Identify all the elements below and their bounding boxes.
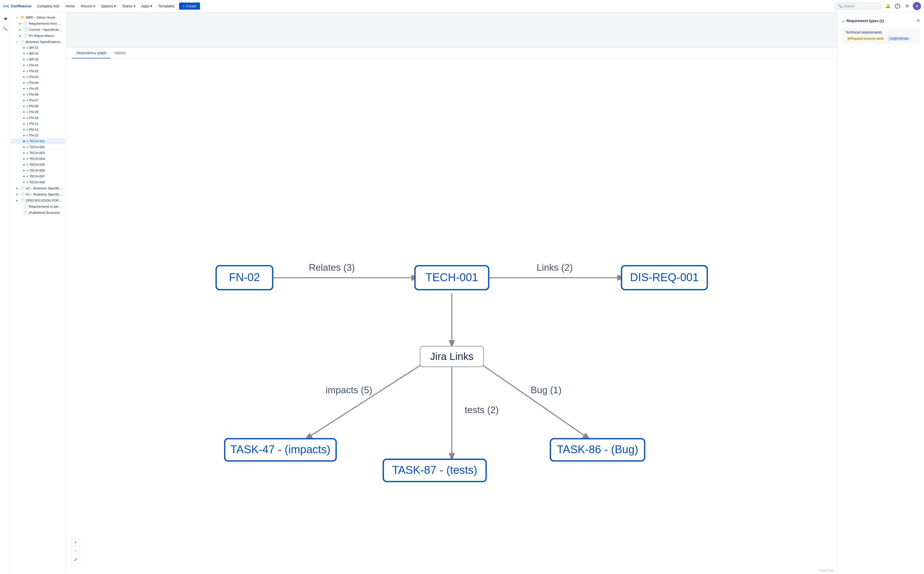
sidebar-item-tech006[interactable]: ≡ TECH-006 xyxy=(11,167,65,173)
doc-icon: 📄 xyxy=(21,192,25,196)
sidebar-item-requirements-stakeholders[interactable]: ▶ 📄 Requirements from Stakeholders (TW) xyxy=(11,20,65,27)
sidebar-item-req-paragraphs[interactable]: 📄 Requirements in paragraphs xyxy=(11,203,65,210)
dot-icon xyxy=(23,164,25,166)
sidebar-item-fn11[interactable]: ≡ FN-11 xyxy=(11,121,65,126)
sidebar-item-fn07[interactable]: ≡ FN-07 xyxy=(11,97,65,103)
nav-recent[interactable]: Recent ▾ xyxy=(78,3,97,9)
dot-icon xyxy=(23,147,25,148)
svg-text:TECH-001: TECH-001 xyxy=(426,271,478,284)
doc-icon: 📄 xyxy=(24,21,28,25)
dot-icon xyxy=(23,76,25,78)
req-type-tags: @Required property name ext@Estimate xyxy=(845,36,916,41)
sidebar-item-spec-control[interactable]: ▶ 📄 SPECIFICATION FOR CONTROL AND QUALIF… xyxy=(11,197,65,203)
dependency-graph-area[interactable]: Relates (3) Links (2) impacts (5) tests … xyxy=(66,58,837,574)
search-bar[interactable]: 🔍 Search xyxy=(835,3,881,9)
sidebar-item-fn13[interactable]: ≡ FN-13 xyxy=(11,126,65,132)
sidebar-item-fn10[interactable]: ≡ FN-10 xyxy=(11,115,65,121)
sidebar-item-current-spec[interactable]: ▶ 📄 Current – Specification document xyxy=(11,27,65,33)
sidebar-item-fn05[interactable]: ≡ FN-05 xyxy=(11,86,65,91)
req-icon: ≡ xyxy=(27,93,28,96)
avatar[interactable]: U xyxy=(913,2,921,10)
sidebar-item-tech004[interactable]: ≡ TECH-004 xyxy=(11,156,65,162)
svg-line-9 xyxy=(478,362,589,439)
dot-icon xyxy=(23,106,25,107)
doc-icon: 📄 xyxy=(24,27,28,32)
sidebar-item-fn01[interactable]: ≡ FN-01 xyxy=(11,62,65,68)
nav-teams[interactable]: Teams ▾ xyxy=(119,3,138,9)
zoom-out-button[interactable]: − xyxy=(71,547,80,555)
sidebar-item-tech007[interactable]: ≡ TECH-007 xyxy=(11,173,65,179)
logo[interactable]: Confluence xyxy=(3,3,32,9)
sidebar-item-fn02[interactable]: ≡ FN-02 xyxy=(11,68,65,74)
nav-home[interactable]: Home xyxy=(63,3,78,9)
dot-icon xyxy=(23,176,25,177)
svg-text:TASK-87 -  (tests): TASK-87 - (tests) xyxy=(392,464,477,476)
sidebar-item-br03[interactable]: ≡ BR-03 xyxy=(11,57,65,62)
sidebar-item-fn09[interactable]: ≡ FN-09 xyxy=(11,109,65,115)
svg-text:Links (2): Links (2) xyxy=(536,262,573,273)
sidebar-item-fn06[interactable]: ≡ FN-06 xyxy=(11,91,65,97)
req-icon: ≡ xyxy=(27,145,28,149)
sidebar-item-fn15[interactable]: ≡ FN-15 xyxy=(11,132,65,138)
req-type-card: Technical requirements @Required propert… xyxy=(842,27,920,44)
dot-icon xyxy=(23,123,25,125)
settings-button[interactable]: ⚙ xyxy=(903,2,911,10)
dot-icon xyxy=(23,94,25,95)
settings-gear-icon[interactable]: ⚙ xyxy=(916,18,920,23)
tag-ext-estimate: ext@Estimate xyxy=(888,36,911,41)
sidebar-item-fn04[interactable]: ≡ FN-04 xyxy=(11,80,65,86)
sidebar-item-br02[interactable]: ≡ BR-02 xyxy=(11,50,65,57)
sidebar-item-tech005[interactable]: ≡ TECH-005 xyxy=(11,162,65,167)
req-icon: ≡ xyxy=(27,128,28,131)
req-type-name: Technical requirements xyxy=(845,30,916,34)
search-icon: 🔍 xyxy=(838,4,842,8)
req-icon: ≡ xyxy=(27,75,28,79)
sidebar-item-br01[interactable]: ≡ BR-01 xyxy=(11,45,65,50)
sidebar-item-fn03[interactable]: ≡ FN-03 xyxy=(11,74,65,80)
sidebar-item-v2-specs[interactable]: ▶ 📄 V2 – Business Specifications xyxy=(11,185,65,191)
dot-icon xyxy=(23,53,25,54)
svg-text:Bug (1): Bug (1) xyxy=(531,385,562,395)
tab-history[interactable]: History xyxy=(111,48,130,58)
confluence-logo-icon xyxy=(3,3,9,9)
bell-icon: 🔔 xyxy=(885,3,891,8)
nav-apps[interactable]: Apps ▾ xyxy=(139,3,155,9)
chevron-down-icon: ⌄ xyxy=(842,19,845,23)
sidebar-item-tech002[interactable]: ≡ TECH-002 xyxy=(11,144,65,150)
graph-container: Relates (3) Links (2) impacts (5) tests … xyxy=(66,58,837,574)
search-placeholder: Search xyxy=(843,4,854,8)
create-button[interactable]: + Create xyxy=(179,3,200,9)
doc-icon: 📄 xyxy=(24,33,28,38)
chevron-right-icon: ▶ xyxy=(16,187,19,190)
nav-spaces[interactable]: Spaces ▾ xyxy=(99,3,119,9)
sidebar-item-root[interactable]: ▾ 📁 MBR – Démo Home xyxy=(11,14,65,20)
sidebar-item-v1-specs[interactable]: ▶ 📄 V1 – Business Specifications xyxy=(11,191,65,197)
collapse-sidebar-button[interactable]: ◀ xyxy=(1,14,9,22)
req-icon: ≡ xyxy=(27,151,28,155)
notifications-button[interactable]: 🔔 xyxy=(884,2,892,10)
zoom-in-button[interactable]: + xyxy=(71,539,80,547)
tab-dependency-graph[interactable]: Dependency graph xyxy=(72,48,111,58)
nav-company-hub[interactable]: Company hub xyxy=(35,3,62,9)
search-sidebar-button[interactable]: 🔍 xyxy=(1,24,9,33)
zoom-fit-button[interactable]: ⤢ xyxy=(71,555,80,564)
sidebar-item-fn08[interactable]: ≡ FN-08 xyxy=(11,103,65,109)
doc-icon: 📄 xyxy=(24,210,28,214)
sidebar: ▾ 📁 MBR – Démo Home ▶ 📄 Requirements fro… xyxy=(10,12,66,574)
sidebar-item-tech001[interactable]: ≡ TECH-001 xyxy=(11,138,65,144)
chevron-down-icon: ▾ xyxy=(16,40,19,43)
doc-icon: 📄 xyxy=(21,39,25,44)
sidebar-item-ry-report[interactable]: ▶ 📄 RY Report Macro xyxy=(11,33,65,39)
dot-icon xyxy=(23,181,25,183)
req-types-header[interactable]: ⌄ Requirement types (1) ⚙ xyxy=(842,16,920,25)
nav-templates[interactable]: Templates xyxy=(156,3,177,9)
help-button[interactable]: ? xyxy=(894,2,902,10)
sidebar-item-tech008[interactable]: ≡ TECH-008 xyxy=(11,179,65,185)
sidebar-item-business-specs[interactable]: ▾ 📄 Business Specifications xyxy=(11,39,65,45)
dot-icon xyxy=(23,65,25,66)
dot-icon xyxy=(23,135,25,136)
sidebar-item-tech003[interactable]: ≡ TECH-003 xyxy=(11,150,65,156)
sidebar-item-published-business[interactable]: 📄 (Published) Business xyxy=(11,210,65,216)
app-layout: ◀ 🔍 ▾ 📁 MBR – Démo Home ▶ 📄 Requirements… xyxy=(0,12,924,574)
top-nav: Confluence Company hub Home Recent ▾ Spa… xyxy=(0,0,924,12)
